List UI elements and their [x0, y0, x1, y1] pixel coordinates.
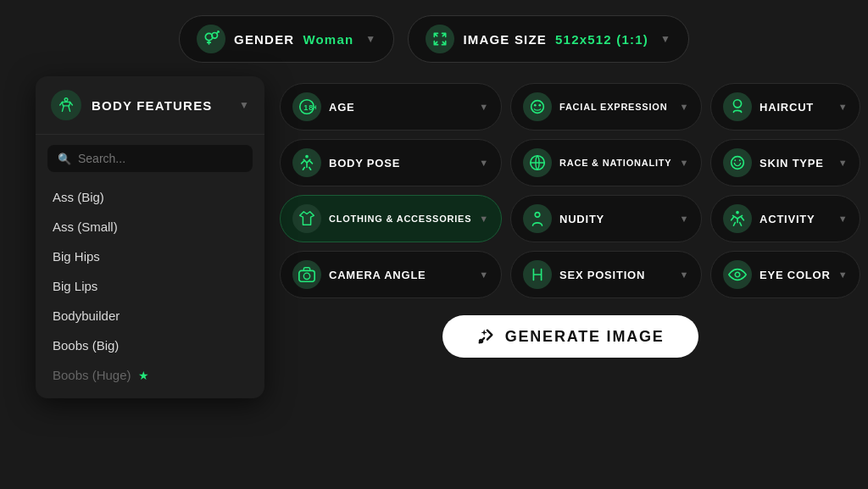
category-chevron: ▼	[838, 102, 849, 112]
gender-icon	[197, 25, 225, 53]
category-button-activity[interactable]: ACTIVITY▼	[710, 195, 860, 242]
categories-grid: 18+AGE▼FACIAL EXPRESSION▼HAIRCUT▼BODY PO…	[280, 76, 860, 307]
image-size-label: IMAGE SIZE	[463, 32, 547, 47]
list-item[interactable]: Boobs (Huge)★	[47, 360, 253, 390]
category-label: EYE COLOR	[760, 269, 831, 281]
category-label: ACTIVITY	[760, 213, 815, 225]
category-label: FACIAL EXPRESSION	[559, 102, 667, 112]
search-input[interactable]	[78, 152, 242, 165]
activity-icon	[723, 204, 752, 233]
svg-point-19	[736, 211, 739, 214]
gender-selector[interactable]: GENDER Woman ▼	[179, 15, 394, 63]
list-item[interactable]: Big Hips	[47, 242, 253, 271]
generate-row: GENERATE IMAGE	[280, 307, 860, 358]
category-chevron: ▼	[479, 270, 489, 280]
age-icon: 18+	[292, 92, 321, 121]
svg-point-15	[732, 157, 744, 169]
dropdown-chevron: ▼	[239, 99, 249, 111]
category-button-race---nationality[interactable]: RACE & NATIONALITY▼	[510, 139, 702, 186]
svg-point-16	[734, 159, 736, 161]
gender-label: GENDER	[234, 32, 294, 47]
body-features-icon	[51, 90, 81, 120]
category-label: RACE & NATIONALITY	[559, 158, 671, 168]
category-chevron: ▼	[838, 270, 849, 280]
generate-image-label: GENERATE IMAGE	[505, 328, 665, 346]
body-features-list: Ass (Big)Ass (Small)Big HipsBig LipsBody…	[36, 182, 264, 390]
star-icon: ★	[138, 369, 149, 382]
category-button-skin-type[interactable]: SKIN TYPE▼	[710, 139, 860, 186]
eye-icon	[723, 260, 752, 289]
generate-image-button[interactable]: GENERATE IMAGE	[442, 315, 698, 358]
category-chevron: ▼	[679, 270, 689, 280]
dropdown-header: BODY FEATURES ▼	[36, 76, 264, 135]
category-label: SKIN TYPE	[760, 157, 824, 169]
search-icon: 🔍	[58, 153, 71, 165]
svg-point-22	[735, 272, 740, 277]
pose-icon	[292, 148, 321, 177]
category-chevron: ▼	[479, 102, 489, 112]
svg-point-18	[535, 213, 540, 217]
dropdown-title: BODY FEATURES	[92, 98, 229, 113]
svg-point-17	[739, 159, 741, 161]
category-button-body-pose[interactable]: BODY POSE▼	[280, 139, 502, 186]
category-label: CAMERA ANGLE	[329, 269, 426, 281]
list-item[interactable]: Ass (Big)	[47, 182, 253, 212]
category-label: NUDITY	[559, 213, 604, 225]
category-label: HAIRCUT	[760, 101, 814, 114]
list-item[interactable]: Boobs (Big)	[47, 331, 253, 360]
haircut-icon	[723, 92, 752, 121]
main-area: BODY FEATURES ▼ 🔍 Ass (Big)Ass (Small)Bi…	[0, 76, 868, 489]
category-button-age[interactable]: 18+AGE▼	[280, 83, 502, 131]
svg-point-13	[305, 155, 309, 158]
category-button-sex-position[interactable]: SEX POSITION▼	[510, 251, 702, 298]
svg-point-9	[531, 101, 544, 114]
category-chevron: ▼	[679, 102, 689, 112]
categories-grid-area: 18+AGE▼FACIAL EXPRESSION▼HAIRCUT▼BODY PO…	[280, 76, 868, 489]
body-features-dropdown: BODY FEATURES ▼ 🔍 Ass (Big)Ass (Small)Bi…	[36, 76, 264, 398]
gender-chevron: ▼	[365, 33, 376, 45]
globe-icon	[523, 148, 552, 177]
list-item[interactable]: Ass (Small)	[47, 212, 253, 242]
list-item[interactable]: Bodybuilder	[47, 301, 253, 331]
category-label: SEX POSITION	[559, 269, 645, 281]
category-label: BODY POSE	[329, 157, 400, 169]
svg-point-10	[534, 104, 537, 107]
image-size-icon	[426, 25, 454, 53]
camera-icon	[292, 260, 321, 289]
category-button-facial-expression[interactable]: FACIAL EXPRESSION▼	[510, 83, 702, 131]
category-button-camera-angle[interactable]: CAMERA ANGLE▼	[280, 251, 502, 298]
category-button-clothing---accessories[interactable]: CLOTHING & ACCESSORIES▼	[280, 195, 502, 242]
category-chevron: ▼	[679, 214, 689, 224]
skin-icon	[723, 148, 752, 177]
search-box[interactable]: 🔍	[47, 145, 253, 172]
image-size-value: 512x512 (1:1)	[555, 32, 648, 47]
category-chevron: ▼	[838, 214, 849, 224]
gender-value: Woman	[303, 32, 353, 47]
svg-point-21	[303, 273, 309, 279]
svg-text:18+: 18+	[303, 103, 316, 112]
category-chevron: ▼	[479, 158, 489, 168]
svg-point-12	[733, 100, 741, 108]
list-item[interactable]: Big Lips	[47, 271, 253, 301]
category-label: CLOTHING & ACCESSORIES	[329, 214, 471, 224]
category-button-nudity[interactable]: NUDITY▼	[510, 195, 702, 242]
face-icon	[523, 92, 552, 121]
category-chevron: ▼	[479, 214, 489, 224]
top-bar: GENDER Woman ▼ IMAGE SIZE 512x512 (1:1) …	[0, 0, 868, 76]
svg-point-11	[538, 104, 541, 107]
image-size-selector[interactable]: IMAGE SIZE 512x512 (1:1) ▼	[408, 15, 689, 63]
svg-rect-20	[299, 270, 314, 281]
category-label: AGE	[329, 101, 355, 114]
category-button-eye-color[interactable]: EYE COLOR▼	[710, 251, 860, 298]
clothing-icon	[292, 204, 321, 233]
category-chevron: ▼	[838, 158, 849, 168]
category-chevron: ▼	[679, 158, 689, 168]
nudity-icon	[523, 204, 552, 233]
sex-icon	[523, 260, 552, 289]
category-button-haircut[interactable]: HAIRCUT▼	[710, 83, 860, 131]
image-size-chevron: ▼	[660, 33, 671, 45]
